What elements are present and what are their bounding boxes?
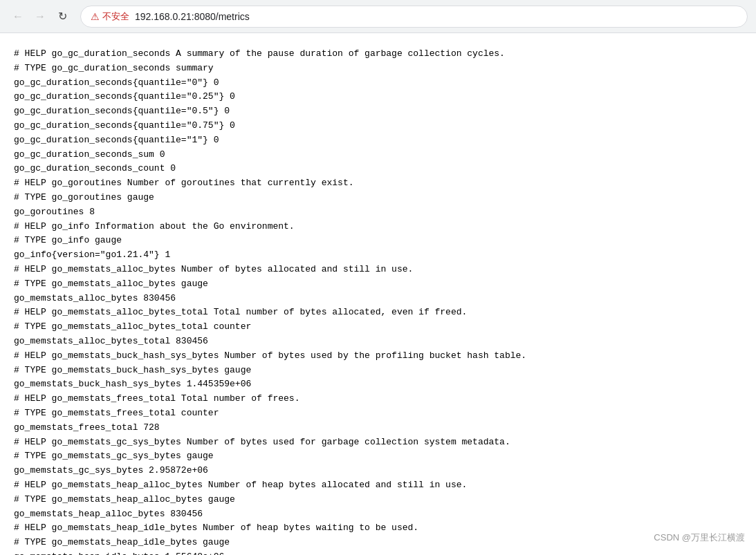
metrics-line: # HELP go_memstats_alloc_bytes_total Tot… <box>14 307 467 317</box>
warning-icon: ⚠ <box>91 11 100 22</box>
metrics-line: go_memstats_gc_sys_bytes 2.95872e+06 <box>14 465 208 476</box>
security-warning: ⚠ 不安全 <box>91 10 129 23</box>
metrics-line: # TYPE go_info gauge <box>14 235 122 245</box>
metrics-line: go_gc_duration_seconds{quantile="0"} 0 <box>14 77 219 88</box>
metrics-line: # HELP go_memstats_buck_hash_sys_bytes N… <box>14 350 526 361</box>
metrics-line: go_gc_duration_seconds{quantile="0.75"} … <box>14 120 235 131</box>
metrics-line: go_gc_duration_seconds_sum 0 <box>14 149 165 160</box>
metrics-line: # TYPE go_memstats_gc_sys_bytes gauge <box>14 451 214 461</box>
watermark-text: CSDN @万里长江横渡 <box>654 532 745 543</box>
metrics-line: go_memstats_heap_alloc_bytes 830456 <box>14 509 203 519</box>
metrics-line: # HELP go_memstats_heap_idle_bytes Numbe… <box>14 523 418 533</box>
reload-button[interactable]: ↻ <box>53 7 72 26</box>
metrics-line: # HELP go_info Information about the Go … <box>14 221 295 232</box>
metrics-line: go_memstats_frees_total 728 <box>14 422 160 433</box>
metrics-line: # HELP go_memstats_heap_alloc_bytes Numb… <box>14 480 467 490</box>
metrics-line: go_memstats_alloc_bytes_total 830456 <box>14 336 208 346</box>
metrics-line: go_memstats_alloc_bytes 830456 <box>14 293 176 303</box>
metrics-line: # HELP go_memstats_gc_sys_bytes Number o… <box>14 437 510 447</box>
metrics-line: # HELP go_memstats_alloc_bytes Number of… <box>14 264 413 274</box>
nav-buttons: ← → ↻ <box>8 7 72 26</box>
forward-button[interactable]: → <box>30 7 50 26</box>
metrics-line: # TYPE go_memstats_alloc_bytes_total cou… <box>14 321 251 332</box>
back-button[interactable]: ← <box>8 7 28 26</box>
metrics-line: # TYPE go_memstats_heap_alloc_bytes gaug… <box>14 494 235 505</box>
metrics-output: # HELP go_gc_duration_seconds A summary … <box>14 47 742 555</box>
metrics-line: go_info{version="go1.21.4"} 1 <box>14 250 170 260</box>
address-bar[interactable]: ⚠ 不安全 192.168.0.21:8080/metrics <box>80 6 748 28</box>
browser-chrome: ← → ↻ ⚠ 不安全 192.168.0.21:8080/metrics <box>0 0 756 33</box>
metrics-line: go_gc_duration_seconds_count 0 <box>14 163 176 173</box>
metrics-line: # HELP go_gc_duration_seconds A summary … <box>14 48 505 59</box>
metrics-line: go_gc_duration_seconds{quantile="1"} 0 <box>14 135 219 145</box>
reload-icon: ↻ <box>58 10 67 23</box>
metrics-line: # TYPE go_goroutines gauge <box>14 192 154 203</box>
back-icon: ← <box>12 10 24 23</box>
metrics-line: # HELP go_goroutines Number of goroutine… <box>14 178 353 188</box>
metrics-line: # TYPE go_memstats_frees_total counter <box>14 408 219 418</box>
metrics-line: go_gc_duration_seconds{quantile="0.5"} 0 <box>14 106 230 116</box>
metrics-line: # HELP go_memstats_frees_total Total num… <box>14 393 299 404</box>
metrics-line: go_memstats_buck_hash_sys_bytes 1.445359… <box>14 379 251 389</box>
metrics-line: # TYPE go_memstats_heap_idle_bytes gauge <box>14 537 230 547</box>
metrics-line: # TYPE go_memstats_buck_hash_sys_bytes g… <box>14 365 251 375</box>
page-content: # HELP go_gc_duration_seconds A summary … <box>0 33 756 555</box>
metrics-line: go_goroutines 8 <box>14 207 95 217</box>
metrics-line: go_memstats_heap_idle_bytes 1.55648e+06 <box>14 552 224 555</box>
forward-icon: → <box>35 10 46 23</box>
url-display: 192.168.0.21:8080/metrics <box>135 11 250 22</box>
metrics-line: go_gc_duration_seconds{quantile="0.25"} … <box>14 91 235 102</box>
metrics-line: # TYPE go_gc_duration_seconds summary <box>14 63 214 73</box>
security-warning-text: 不安全 <box>102 10 129 23</box>
metrics-line: # TYPE go_memstats_alloc_bytes gauge <box>14 279 208 289</box>
watermark: CSDN @万里长江横渡 <box>654 532 745 544</box>
